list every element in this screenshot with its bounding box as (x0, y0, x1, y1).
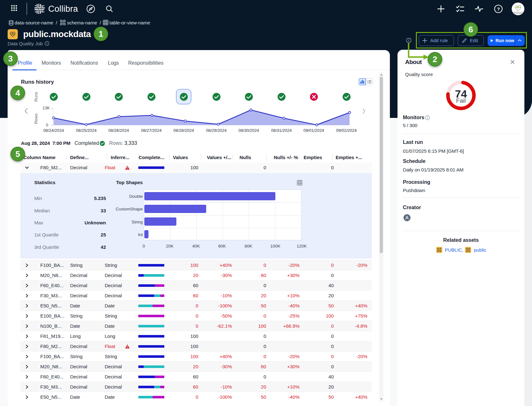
svg-text:& Observability: & Observability (514, 13, 522, 14)
svg-text:?: ? (497, 6, 500, 12)
